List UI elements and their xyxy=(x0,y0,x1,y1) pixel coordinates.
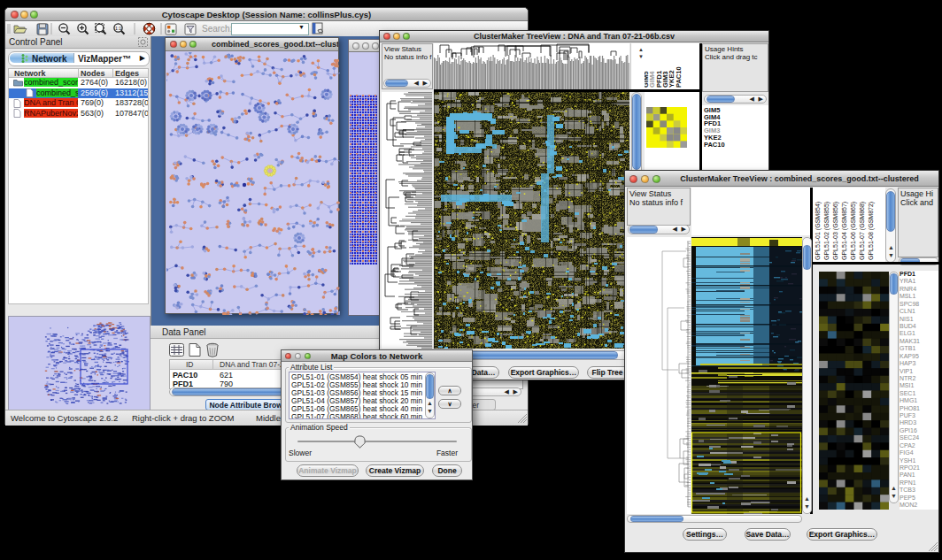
svg-text:1:1: 1:1 xyxy=(115,26,121,31)
svg-text:GPL51-06 (GSM865): GPL51-06 (GSM865) xyxy=(850,202,857,260)
svg-text:GPL51-08 (GSM872): GPL51-08 (GSM872) xyxy=(868,202,875,260)
svg-text:GPL51-04 (GSM857): GPL51-04 (GSM857) xyxy=(841,202,848,260)
svg-text:GPL51-03 (GSM856): GPL51-03 (GSM856) xyxy=(832,202,839,260)
svg-text:GPL51-07 (GSM868): GPL51-07 (GSM868) xyxy=(859,202,866,260)
svg-text:GPL51-02 (GSM855): GPL51-02 (GSM855) xyxy=(823,202,830,260)
svg-text:GPL51-01 (GSM854): GPL51-01 (GSM854) xyxy=(815,202,822,260)
